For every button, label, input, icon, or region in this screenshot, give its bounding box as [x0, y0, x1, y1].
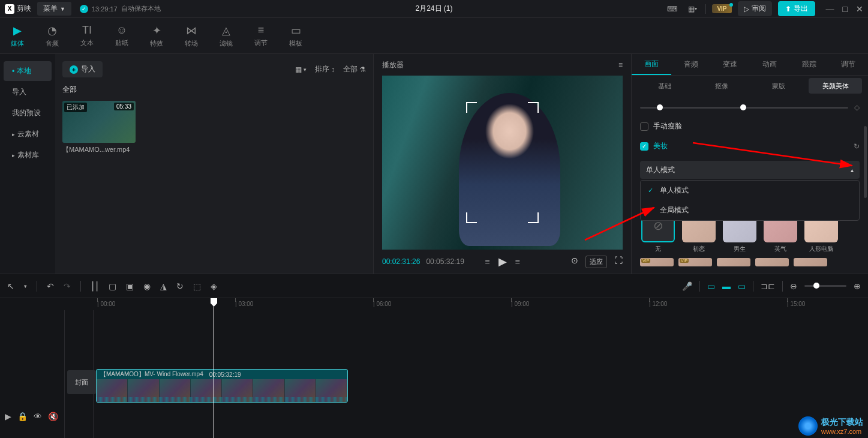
zoom-slider[interactable] — [804, 285, 846, 287]
tool-adjust[interactable]: ≡调节 — [244, 18, 278, 53]
preset-mini[interactable]: VIP — [678, 258, 712, 266]
crop-tool[interactable]: ⬚ — [193, 281, 201, 291]
playhead[interactable] — [214, 298, 214, 438]
smart-tool[interactable]: ◈ — [211, 281, 217, 291]
sidebar-local[interactable]: •本地 — [4, 61, 52, 81]
tool-transition[interactable]: ⋈转场 — [174, 18, 209, 53]
split-tool[interactable]: ⎮⎮ — [91, 281, 99, 291]
maximize-button[interactable]: □ — [843, 4, 848, 14]
tab-speed[interactable]: 变速 — [710, 54, 750, 75]
preset-mini[interactable] — [794, 258, 827, 266]
tool-text[interactable]: TI文本 — [70, 18, 104, 53]
preset-mini[interactable] — [755, 258, 789, 266]
subtab-mask[interactable]: 蒙版 — [752, 78, 805, 94]
preset-mini[interactable] — [717, 258, 750, 266]
beauty-slider[interactable] — [640, 107, 848, 109]
redo-button[interactable]: ↷ — [64, 281, 71, 291]
view-toggle[interactable]: ▦ ▾ — [295, 65, 307, 74]
subtab-cutout[interactable]: 抠像 — [695, 78, 748, 94]
delete-left-tool[interactable]: ▢ — [109, 281, 116, 291]
layout-icon[interactable]: ▦▾ — [685, 4, 699, 14]
fullscreen-icon[interactable]: ⛶ — [614, 256, 623, 268]
dropdown-option-single[interactable]: ✓ 单人模式 — [641, 181, 859, 200]
mic-icon[interactable]: 🎤 — [682, 281, 692, 291]
tab-adjust[interactable]: 调节 — [828, 54, 868, 75]
media-tab-all[interactable]: 全部 — [62, 85, 366, 95]
track-toggle-1[interactable]: ▭ — [707, 281, 715, 291]
speed-tool[interactable]: ◉ — [143, 281, 151, 291]
filter-all-button[interactable]: 全部 ⚗ — [343, 64, 366, 74]
track-mute-icon[interactable]: 🔇 — [48, 412, 58, 421]
rotate-tool[interactable]: ↻ — [176, 281, 184, 291]
next-frame-button[interactable]: ≡ — [515, 257, 520, 266]
tool-media[interactable]: ▶媒体 — [0, 18, 35, 53]
track-video-icon[interactable]: ▶ — [5, 412, 11, 421]
sidebar-import[interactable]: 导入 — [4, 82, 52, 102]
crop-corner-br[interactable] — [528, 212, 539, 223]
video-clip[interactable]: 【MAMAMOO】MV- Wind Flower.mp4 00:05:32:19 — [96, 369, 348, 403]
track-toggle-2[interactable]: ▬ — [722, 281, 731, 291]
tab-tracking[interactable]: 跟踪 — [789, 54, 829, 75]
pointer-dropdown[interactable]: ▾ — [24, 283, 27, 289]
import-button[interactable]: + 导入 — [62, 61, 103, 77]
dropdown-option-global[interactable]: 全局模式 — [641, 200, 859, 220]
minimize-button[interactable]: — — [826, 4, 834, 14]
pointer-tool[interactable]: ↖ — [7, 281, 14, 291]
review-button[interactable]: ▷ 审阅 — [738, 1, 772, 16]
subtab-beauty[interactable]: 美颜美体 — [809, 78, 862, 94]
reset-icon[interactable]: ↻ — [854, 142, 860, 151]
player-menu-icon[interactable]: ≡ — [618, 61, 623, 69]
media-clip[interactable]: 已添加 05:33 【MAMAMO...wer.mp4 — [62, 101, 136, 154]
filter-icon: ◬ — [222, 24, 230, 37]
app-logo: X 剪映 — [5, 4, 31, 14]
scrollbar[interactable] — [864, 126, 867, 198]
zoom-out-icon[interactable]: ⊖ — [790, 281, 797, 291]
top-toolbar: ▶媒体 ◔音频 TI文本 ☺贴纸 ✦特效 ⋈转场 ◬滤镜 ≡调节 ▭模板 — [0, 18, 868, 54]
manual-face-checkbox[interactable]: 手动瘦脸 — [640, 121, 860, 131]
tab-audio[interactable]: 音频 — [671, 54, 711, 75]
play-button[interactable]: ▶ — [498, 255, 507, 268]
player-viewport[interactable] — [382, 76, 623, 250]
effects-icon: ✦ — [152, 24, 161, 37]
track-toggle-3[interactable]: ▭ — [738, 281, 746, 291]
sidebar-cloud[interactable]: ▸云素材 — [4, 124, 52, 144]
export-button[interactable]: ⬆ 导出 — [778, 1, 815, 16]
keyframe-icon[interactable]: ◇ — [854, 103, 860, 112]
zoom-in-icon[interactable]: ⊕ — [854, 281, 861, 291]
cover-button[interactable]: 封面 — [67, 370, 96, 394]
vip-badge[interactable]: VIP — [712, 4, 731, 13]
delete-right-tool[interactable]: ▣ — [126, 281, 134, 291]
mode-dropdown[interactable]: 单人模式 ▴ ✓ 单人模式 全局模式 — [640, 161, 860, 179]
keyboard-icon[interactable]: ⌨ — [665, 4, 679, 14]
clip-name: 【MAMAMO...wer.mp4 — [62, 145, 136, 154]
logo-icon: X — [5, 4, 14, 14]
track-eye-icon[interactable]: 👁 — [34, 412, 42, 421]
track-lock-icon[interactable]: 🔒 — [17, 412, 28, 421]
sort-button[interactable]: 排序 ↕ — [315, 64, 335, 74]
tool-filter[interactable]: ◬滤镜 — [209, 18, 244, 53]
subtab-basic[interactable]: 基础 — [638, 78, 691, 94]
focus-icon[interactable]: ⊙ — [571, 256, 578, 268]
crop-corner-tr[interactable] — [528, 102, 539, 113]
tool-effects[interactable]: ✦特效 — [139, 18, 174, 53]
close-button[interactable]: ✕ — [856, 4, 863, 14]
undo-button[interactable]: ↶ — [47, 281, 54, 291]
tool-template[interactable]: ▭模板 — [278, 18, 313, 53]
menu-button[interactable]: 菜单 ▼ — [37, 2, 71, 16]
tab-animation[interactable]: 动画 — [750, 54, 789, 75]
mirror-tool[interactable]: ◮ — [160, 281, 167, 291]
tool-sticker[interactable]: ☺贴纸 — [104, 18, 139, 53]
magnet-icon[interactable]: ⊐⊏ — [761, 281, 775, 291]
timeline-tracks[interactable]: 【MAMAMOO】MV- Wind Flower.mp4 00:05:32:19 — [94, 310, 868, 438]
tool-audio[interactable]: ◔音频 — [35, 18, 70, 53]
app-name: 剪映 — [17, 4, 31, 14]
preset-mini[interactable]: VIP — [640, 258, 674, 266]
crop-corner-tl[interactable] — [466, 102, 477, 113]
tab-picture[interactable]: 画面 — [632, 54, 671, 75]
fit-button[interactable]: 适应 — [585, 256, 607, 268]
sidebar-presets[interactable]: 我的预设 — [4, 103, 52, 123]
makeup-checkbox[interactable]: ✓ 美妆 ↻ — [640, 141, 860, 151]
sidebar-library[interactable]: ▸素材库 — [4, 145, 52, 165]
prev-frame-button[interactable]: ≡ — [485, 257, 489, 266]
crop-corner-bl[interactable] — [466, 212, 477, 223]
